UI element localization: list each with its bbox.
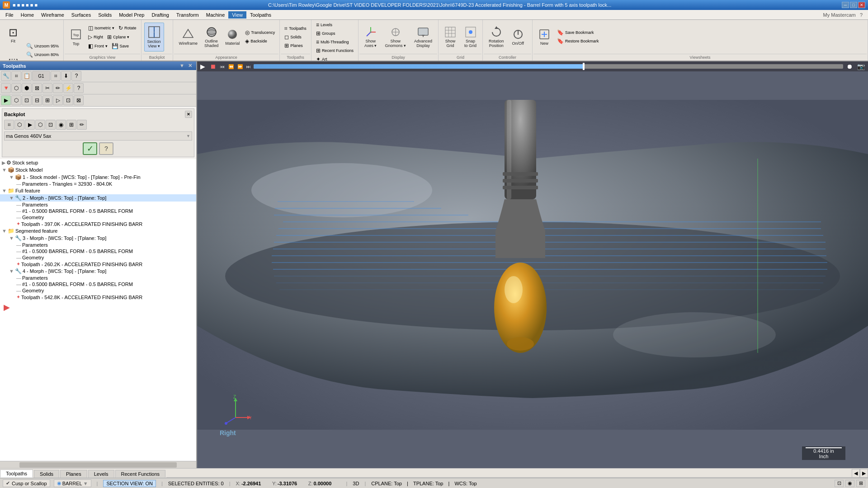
barrel-badge[interactable]: ◉ BARREL ▼ bbox=[54, 479, 91, 487]
tabs-scroll-right[interactable]: ▶ bbox=[860, 469, 868, 478]
status-btn-3[interactable]: ⊞ bbox=[856, 480, 865, 487]
menu-wireframe[interactable]: Wireframe bbox=[38, 11, 68, 19]
tree-horizontal-scroll[interactable] bbox=[0, 461, 196, 468]
tree-item-2-toolpath[interactable]: ✦ Toolpath - 397.0K - ACCELERATED FINISH… bbox=[0, 221, 196, 227]
tree-item-2-geom[interactable]: — Geometry bbox=[0, 214, 196, 221]
tp-btn-n[interactable]: ▷ bbox=[53, 95, 63, 105]
cusp-scallop-indicator[interactable]: ✔ Cusp or Scallop bbox=[3, 479, 50, 487]
tree-item-4-toolpath[interactable]: ✦ Toolpath - 542.8K - ACCELERATED FINISH… bbox=[0, 294, 196, 300]
fast-forward-button[interactable]: ⏭ bbox=[245, 64, 252, 70]
menu-surfaces[interactable]: Surfaces bbox=[68, 11, 94, 19]
tp-btn-o[interactable]: ⊡ bbox=[63, 95, 73, 105]
tree-item-4-params[interactable]: — Parameters bbox=[0, 275, 196, 281]
tree-item-3-geom[interactable]: — Geometry bbox=[0, 254, 196, 261]
section-view-badge[interactable]: SECTION VIEW: ON bbox=[103, 480, 156, 487]
tp-btn-e[interactable]: ✂ bbox=[42, 83, 52, 93]
tp-drill-button[interactable]: ⬇ bbox=[61, 71, 71, 81]
restore-bookmark-button[interactable]: 🔖Restore Bookmark bbox=[555, 37, 601, 45]
viewport-scene[interactable] bbox=[197, 61, 868, 468]
stop-button[interactable]: ⏹ bbox=[208, 62, 217, 70]
tp-copy-button[interactable]: ⌗ bbox=[11, 71, 21, 81]
tree-item-3-toolpath[interactable]: ✦ Toolpath - 260.2K - ACCELERATED FINISH… bbox=[0, 261, 196, 267]
rotate-button[interactable]: ↻Rotate bbox=[117, 24, 138, 32]
minimize-button[interactable]: ─ bbox=[842, 2, 849, 8]
menu-transform[interactable]: Transform bbox=[173, 11, 203, 19]
tree-item-2-barrel[interactable]: — #1 - 0.5000 BARREL FORM - 0.5 BARREL F… bbox=[0, 208, 196, 214]
menu-drafting[interactable]: Drafting bbox=[148, 11, 173, 19]
tp-btn-j[interactable]: ⬡ bbox=[11, 95, 21, 105]
menu-view[interactable]: View bbox=[228, 11, 246, 19]
panel-arrow-button[interactable]: ▼ bbox=[178, 63, 186, 69]
record-button[interactable]: ⏺ bbox=[845, 62, 854, 70]
tp-btn-p[interactable]: ⊠ bbox=[74, 95, 84, 105]
front-button[interactable]: ◧Front ▾ bbox=[86, 42, 109, 50]
unzoom95-button[interactable]: 🔍Unzoom 95% bbox=[24, 42, 61, 50]
backplot-machine-input[interactable]: ma Genos 460V 5ax ▼ bbox=[4, 131, 192, 141]
tp-btn-d[interactable]: ⊠ bbox=[32, 83, 42, 93]
viewport[interactable]: ▶ ⏹ ⏮ ⏪ ⏩ ⏭ ⏺ 📷 bbox=[197, 61, 868, 468]
snap-to-grid-button[interactable]: Snapto Grid bbox=[461, 23, 480, 52]
wireframe-button[interactable]: Wireframe bbox=[176, 23, 201, 52]
unzoom80-button[interactable]: 🔍Unzoom 80% bbox=[24, 51, 61, 59]
tp-btn-a[interactable]: 🔻 bbox=[1, 83, 11, 93]
top-view-button[interactable]: Top Top bbox=[66, 23, 85, 52]
bp-btn-2[interactable]: ⬡ bbox=[14, 120, 24, 130]
on-off-button[interactable]: On/Off bbox=[509, 23, 527, 52]
status-btn-2[interactable]: ◉ bbox=[845, 480, 854, 487]
tp-question-button[interactable]: ? bbox=[71, 71, 81, 81]
bp-btn-6[interactable]: ◉ bbox=[56, 120, 66, 130]
tree-item-full-feature[interactable]: ▼ 📁 Full feature bbox=[0, 187, 196, 194]
close-button[interactable]: ✕ bbox=[858, 2, 865, 8]
menu-home[interactable]: Home bbox=[17, 11, 38, 19]
tab-planes[interactable]: Planes bbox=[60, 470, 87, 478]
menu-model-prep[interactable]: Model Prep bbox=[115, 11, 148, 19]
bp-btn-4[interactable]: ⬡ bbox=[35, 120, 45, 130]
tp-btn-k[interactable]: ⊡ bbox=[22, 95, 32, 105]
tree-item-3-params[interactable]: — Parameters bbox=[0, 242, 196, 248]
show-axes-button[interactable]: ShowAxes ▾ bbox=[361, 23, 380, 52]
tp-btn-m[interactable]: ⊞ bbox=[42, 95, 52, 105]
bp-btn-3[interactable]: ▶ bbox=[25, 120, 35, 130]
tab-levels[interactable]: Levels bbox=[88, 470, 114, 478]
bp-btn-1[interactable]: ⌗ bbox=[4, 120, 14, 130]
tree-item-stock-setup[interactable]: ▶ ⚙ Stock setup bbox=[0, 159, 196, 166]
tp-sort-button[interactable]: 📋 bbox=[22, 71, 32, 81]
menu-file[interactable]: File bbox=[2, 11, 17, 19]
tab-toolpaths[interactable]: Toolpaths bbox=[0, 469, 33, 478]
backside-button[interactable]: ◈Backside bbox=[243, 37, 277, 45]
tab-solids[interactable]: Solids bbox=[34, 470, 59, 478]
tp-btn-b[interactable]: ⬡ bbox=[11, 83, 21, 93]
progress-thumb[interactable] bbox=[583, 63, 585, 70]
tree-item-4-geom[interactable]: — Geometry bbox=[0, 287, 196, 294]
bp-btn-5[interactable]: ⊡ bbox=[46, 120, 56, 130]
tree-scroll-thumb[interactable] bbox=[19, 462, 176, 468]
status-btn-1[interactable]: ⊡ bbox=[835, 480, 844, 487]
translucency-button[interactable]: ◎Translucency bbox=[243, 28, 277, 37]
isometric-button[interactable]: ◫Isometric ▾ bbox=[86, 24, 116, 32]
bp-btn-7[interactable]: ⊞ bbox=[66, 120, 76, 130]
tab-recent-functions[interactable]: Recent Functions bbox=[115, 470, 166, 478]
menu-machine[interactable]: Machine bbox=[203, 11, 229, 19]
tree-play-arrow[interactable]: ▶ bbox=[0, 300, 196, 314]
outline-shaded-button[interactable]: OutlineShaded bbox=[201, 23, 222, 52]
save-view-button[interactable]: 💾Save bbox=[110, 42, 131, 50]
groups-button[interactable]: ⊞Groups bbox=[314, 29, 355, 38]
material-button[interactable]: Material bbox=[222, 23, 243, 52]
tp-btn-c[interactable]: ⬢ bbox=[22, 83, 32, 93]
tree-item-2[interactable]: ▼ 🔧 2 - Morph - [WCS: Top] - [Tplane: To… bbox=[0, 194, 196, 202]
cplane-button[interactable]: ⊞Cplane ▾ bbox=[105, 33, 131, 41]
panel-close-button[interactable]: ✕ bbox=[187, 63, 193, 69]
camera-button[interactable]: 📷 bbox=[856, 62, 866, 70]
tree-item-2-params[interactable]: — Parameters bbox=[0, 202, 196, 208]
tabs-scroll-left[interactable]: ◀ bbox=[852, 469, 860, 478]
menu-toolpaths[interactable]: Toolpaths bbox=[246, 11, 275, 19]
toolpaths-mgr-button[interactable]: ⌗Toolpaths bbox=[283, 24, 308, 33]
tp-btn-g[interactable]: ⚡ bbox=[63, 83, 73, 93]
progress-bar[interactable] bbox=[254, 64, 843, 69]
tree-item-3[interactable]: ▼ 🔧 3 - Morph - [WCS: Top] - [Tplane: To… bbox=[0, 235, 196, 242]
tree-item-stock-model[interactable]: ▼ 📦 Stock Model bbox=[0, 166, 196, 174]
tp-btn-h[interactable]: ? bbox=[74, 83, 84, 93]
rotation-position-button[interactable]: RotationPosition bbox=[486, 23, 507, 52]
backplot-close[interactable]: ✕ bbox=[185, 111, 192, 118]
tp-btn-l[interactable]: ⊟ bbox=[32, 95, 42, 105]
